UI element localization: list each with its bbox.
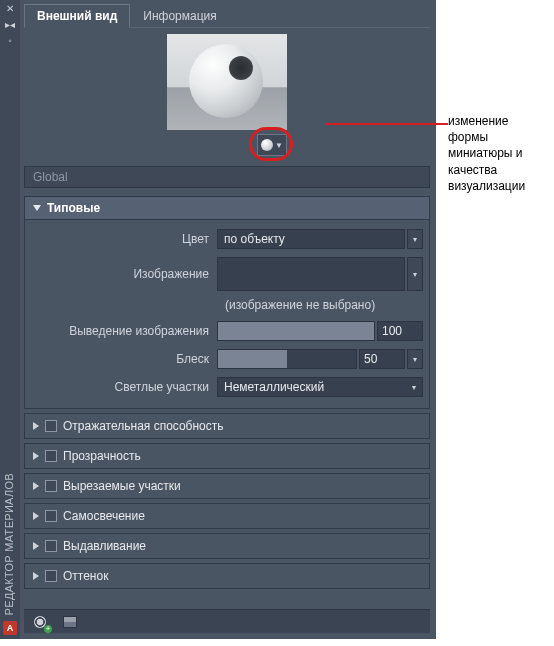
thumbnail-shape-button[interactable]: ▼ — [257, 134, 287, 156]
main-content: Внешний вид Информация ▼ Global Типовые … — [20, 0, 436, 639]
gloss-value[interactable]: 50 — [359, 349, 405, 369]
image-dropdown[interactable]: ▾ — [407, 257, 423, 291]
section-generic-body: Цвет по объекту ▾ Изображение ▾ (изображ… — [24, 220, 430, 409]
tabs: Внешний вид Информация — [24, 4, 430, 28]
chevron-right-icon — [33, 542, 39, 550]
preview-area: ▼ — [24, 28, 430, 158]
tab-appearance[interactable]: Внешний вид — [24, 4, 130, 28]
image-field[interactable] — [217, 257, 405, 291]
panel-title-vertical: РЕДАКТОР МАТЕРИАЛОВ — [3, 473, 15, 615]
chevron-right-icon — [33, 482, 39, 490]
tint-checkbox[interactable] — [45, 570, 57, 582]
section-label: Вырезаемые участки — [63, 479, 181, 493]
section-label: Выдавливание — [63, 539, 146, 553]
section-label: Оттенок — [63, 569, 108, 583]
section-tint[interactable]: Оттенок — [24, 563, 430, 589]
section-transparency[interactable]: Прозрачность — [24, 443, 430, 469]
section-label: Самосвечение — [63, 509, 145, 523]
section-self-illumination[interactable]: Самосвечение — [24, 503, 430, 529]
app-badge: A — [3, 621, 17, 635]
reflectivity-checkbox[interactable] — [45, 420, 57, 432]
section-reflectivity[interactable]: Отражательная способность — [24, 413, 430, 439]
section-label: Прозрачность — [63, 449, 141, 463]
chevron-right-icon — [33, 422, 39, 430]
thumbnail-sphere — [189, 44, 263, 118]
section-bump[interactable]: Выдавливание — [24, 533, 430, 559]
color-swatch[interactable]: по объекту — [217, 229, 405, 249]
materials-editor-panel: ✕ ▸◂ ◦ РЕДАКТОР МАТЕРИАЛОВ A Внешний вид… — [0, 0, 436, 639]
annotation-text: изменение формы миниатюры и качества виз… — [448, 113, 548, 194]
bottom-toolbar: + — [24, 609, 430, 633]
highlights-select[interactable]: Неметаллический ▾ — [217, 377, 423, 397]
section-generic-header[interactable]: Типовые — [24, 196, 430, 220]
create-material-button[interactable]: + — [30, 613, 50, 631]
gloss-label: Блеск — [31, 352, 217, 366]
section-cutouts[interactable]: Вырезаемые участки — [24, 473, 430, 499]
bump-checkbox[interactable] — [45, 540, 57, 552]
material-thumbnail[interactable] — [167, 34, 287, 130]
chevron-down-icon: ▾ — [412, 383, 416, 392]
pin-icon[interactable]: ◦ — [8, 36, 12, 46]
highlights-label: Светлые участки — [31, 380, 217, 394]
sphere-icon — [261, 139, 273, 151]
fade-slider[interactable] — [217, 321, 375, 341]
chevron-down-icon — [33, 205, 41, 211]
gloss-slider[interactable] — [217, 349, 357, 369]
chevron-down-icon: ▼ — [275, 141, 283, 150]
highlights-value: Неметаллический — [224, 380, 324, 394]
close-icon[interactable]: ✕ — [6, 4, 14, 14]
chevron-right-icon — [33, 512, 39, 520]
material-browser-button[interactable] — [60, 613, 80, 631]
fade-label: Выведение изображения — [31, 324, 217, 338]
image-empty-text: (изображение не выбрано) — [31, 298, 423, 314]
left-rail: ✕ ▸◂ ◦ РЕДАКТОР МАТЕРИАЛОВ A — [0, 0, 20, 639]
gloss-dropdown[interactable]: ▾ — [407, 349, 423, 369]
color-label: Цвет — [31, 232, 217, 246]
color-dropdown[interactable]: ▾ — [407, 229, 423, 249]
section-generic-title: Типовые — [47, 201, 100, 215]
plus-badge-icon: + — [44, 625, 52, 633]
cutouts-checkbox[interactable] — [45, 480, 57, 492]
palette-icon — [63, 616, 77, 628]
section-label: Отражательная способность — [63, 419, 224, 433]
chevron-right-icon — [33, 452, 39, 460]
chevron-right-icon — [33, 572, 39, 580]
self-illumination-checkbox[interactable] — [45, 510, 57, 522]
collapse-left-icon[interactable]: ▸◂ — [5, 20, 15, 30]
transparency-checkbox[interactable] — [45, 450, 57, 462]
tab-info[interactable]: Информация — [130, 4, 229, 27]
material-name-field[interactable]: Global — [24, 166, 430, 188]
fade-value[interactable]: 100 — [377, 321, 423, 341]
image-label: Изображение — [31, 267, 217, 281]
